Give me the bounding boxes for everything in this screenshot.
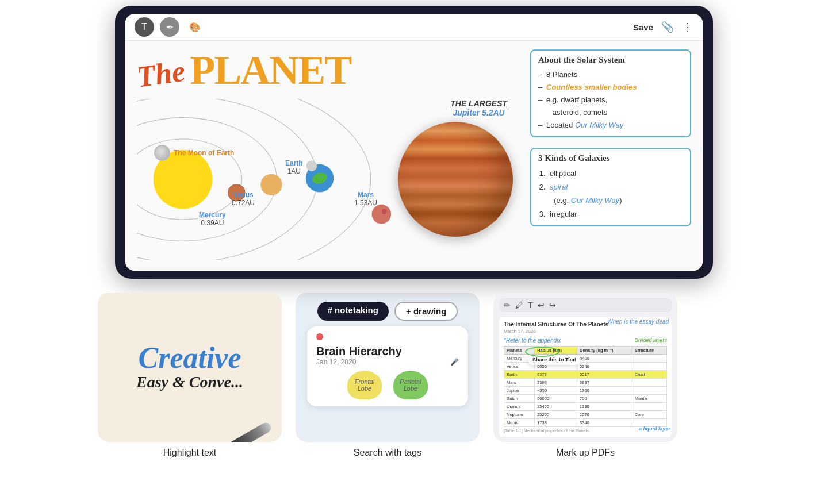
pdf-annotation2: Divided layers: [634, 337, 667, 344]
brain-lobes: FrontalLobe ParietalLobe: [316, 371, 459, 399]
text-tool-button[interactable]: T: [135, 17, 154, 37]
svg-point-4: [137, 99, 371, 260]
mars-label: Mars 1.53AU: [354, 191, 377, 207]
mic-icon: 🎤: [450, 358, 459, 366]
svg-point-9: [311, 171, 329, 186]
svg-point-12: [306, 160, 317, 171]
galaxy-box: 3 Kinds of Galaxies elliptical spiral (e…: [530, 148, 691, 226]
moon-circle: [154, 145, 170, 161]
note-card-date: Jan 12, 2020 🎤: [316, 358, 459, 366]
pdf-col-structure: Structure: [632, 347, 666, 355]
search-card-bg: # notetaking + drawing Brain Hierarchy J…: [296, 293, 480, 442]
info-item-1: 8 Planets: [538, 68, 683, 81]
table-row: Neptune252001570Core: [504, 411, 667, 419]
tablet-wrapper: T ✒ 🎨 Save 📎 ⋮: [115, 6, 713, 279]
pdf-col-density: Density (kg m⁻³): [577, 347, 632, 355]
galaxy-item-3: irregular: [547, 207, 683, 221]
highlight-card-bg: Creative Easy & Conve...: [98, 293, 282, 442]
tag-drawing[interactable]: + drawing: [394, 302, 458, 321]
venus-label: Venus 0.72AU: [232, 191, 255, 207]
frontal-lobe: FrontalLobe: [347, 371, 382, 399]
toolbar: T ✒ 🎨 Save 📎 ⋮: [125, 14, 703, 41]
search-tags-feature: # notetaking + drawing Brain Hierarchy J…: [296, 293, 480, 458]
title-the: The: [135, 53, 187, 94]
pen-icon: ✒: [166, 22, 174, 33]
svg-point-3: [137, 99, 317, 260]
more-options-icon[interactable]: ⋮: [682, 20, 693, 34]
pen-tool-button[interactable]: ✒: [160, 17, 179, 37]
tag-notetaking[interactable]: # notetaking: [317, 302, 389, 321]
stylus-icon: [218, 421, 273, 442]
galaxy-list: elliptical spiral (e.g. Our Milky Way) i…: [538, 167, 683, 221]
pdf-annotation3: When is the essay dead: [607, 318, 669, 325]
pdf-card-image: ✏ 🖊 T ↩ ↪ The Internal Structures Of The…: [493, 293, 677, 442]
search-tags-label: Search with tags: [354, 448, 421, 458]
table-row: Venus60555246: [504, 363, 667, 371]
table-row: Jupiter~3501360: [504, 387, 667, 395]
galaxy-item-2: spiral (e.g. Our Milky Way): [547, 180, 683, 207]
pdf-highlight-icon[interactable]: 🖊: [515, 301, 523, 310]
svg-point-10: [372, 205, 392, 224]
features-section: Creative Easy & Conve... Highlight text …: [98, 293, 730, 458]
toolbar-right: Save 📎 ⋮: [633, 20, 693, 34]
info-item-2: Countless smaller bodies: [538, 81, 683, 94]
solar-system-info-box: About the Solar System 8 Planets Countle…: [530, 49, 691, 137]
attach-icon[interactable]: 📎: [661, 21, 674, 33]
pdf-content: The Internal Structures Of The Planets M…: [499, 317, 672, 437]
text-icon: T: [141, 22, 147, 32]
markup-pdfs-label: Mark up PDFs: [556, 448, 615, 458]
tablet-screen: T ✒ 🎨 Save 📎 ⋮: [125, 14, 703, 271]
jupiter-planet: [398, 122, 513, 237]
pdf-toolbar: ✏ 🖊 T ↩ ↪: [499, 298, 672, 312]
table-row: Uranus254001330: [504, 403, 667, 411]
pdf-date: March 17, 2020: [504, 329, 608, 334]
pdf-undo-icon[interactable]: ↩: [538, 301, 545, 310]
galaxy-item-1: elliptical: [547, 167, 683, 180]
easy-text: Easy & Conve...: [136, 373, 243, 391]
save-button[interactable]: Save: [633, 22, 653, 32]
note-card-title: Brain Hierarchy: [316, 345, 459, 358]
info-item-4: Located Our Milky Way: [538, 119, 683, 132]
pdf-card-bg: ✏ 🖊 T ↩ ↪ The Internal Structures Of The…: [493, 293, 677, 442]
table-row: Saturn60000700Mantle: [504, 395, 667, 403]
info-list: 8 Planets Countless smaller bodies e.g. …: [538, 68, 683, 132]
moon-text: The Moon of Earth: [174, 149, 234, 157]
pdf-redo-icon[interactable]: ↪: [549, 301, 556, 310]
tag-row: # notetaking + drawing: [317, 302, 458, 321]
table-row: Mars33983937: [504, 379, 667, 387]
title-planet: PLANET: [190, 47, 351, 94]
palette-icon: 🎨: [189, 22, 201, 33]
parietal-lobe: ParietalLobe: [393, 371, 428, 399]
palette-tool-button[interactable]: 🎨: [185, 17, 205, 37]
search-card-image: # notetaking + drawing Brain Hierarchy J…: [296, 293, 480, 442]
svg-point-11: [381, 209, 386, 214]
note-card-mini: Brain Hierarchy Jan 12, 2020 🎤 FrontalLo…: [307, 326, 468, 406]
canvas-area: The PLANET: [125, 41, 703, 271]
info-box-title: About the Solar System: [538, 55, 683, 65]
solar-system-diagram: Mercury 0.39AU Venus 0.72AU Earth 1AU: [137, 99, 519, 260]
tablet-frame: T ✒ 🎨 Save 📎 ⋮: [115, 6, 713, 279]
circle-annotation: [525, 347, 559, 357]
largest-sub: Jupiter 5.2AU: [450, 108, 507, 117]
highlight-card-image: Creative Easy & Conve...: [98, 293, 282, 442]
mercury-label: Mercury 0.39AU: [199, 211, 226, 227]
table-row: Earth63785517Crust: [504, 371, 667, 379]
info-item-3: e.g. dwarf planets, asteroid, comets: [538, 94, 683, 119]
earth-label: Earth 1AU: [285, 159, 303, 175]
largest-box: THE LARGEST Jupiter 5.2AU: [450, 99, 507, 117]
moon-label: The Moon of Earth: [154, 145, 234, 161]
planet-title: The PLANET: [137, 47, 519, 94]
markup-pdfs-feature: ✏ 🖊 T ↩ ↪ The Internal Structures Of The…: [493, 293, 677, 458]
pdf-title: The Internal Structures Of The Planets: [504, 321, 608, 328]
highlight-text-feature: Creative Easy & Conve... Highlight text: [98, 293, 282, 458]
pdf-annotation1: *Refer to the appendix: [504, 337, 561, 344]
canvas-right: About the Solar System 8 Planets Countle…: [530, 47, 691, 265]
pdf-text-icon[interactable]: T: [528, 301, 533, 310]
creative-text: Creative: [138, 343, 241, 373]
largest-title: THE LARGEST: [450, 99, 507, 108]
canvas-left: The PLANET: [137, 47, 519, 265]
toolbar-left: T ✒ 🎨: [135, 17, 205, 37]
liquid-layer-annotation: a liquid layer: [639, 426, 670, 432]
svg-point-7: [260, 174, 282, 195]
pdf-pen-icon[interactable]: ✏: [504, 301, 511, 310]
